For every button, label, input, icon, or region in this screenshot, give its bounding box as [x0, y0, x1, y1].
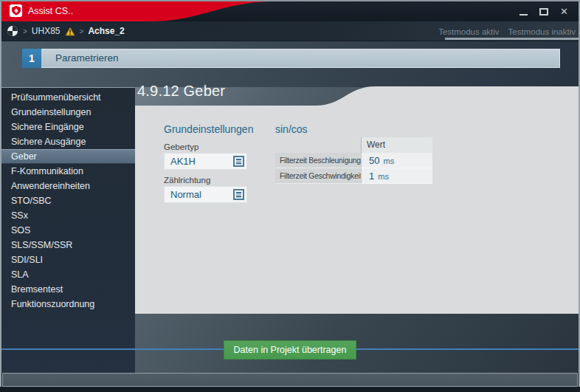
chevron-right-icon: >	[23, 27, 27, 35]
table-row-label: Filterzeit Beschleunigung	[275, 153, 361, 168]
sidebar-item-sto-sbc[interactable]: STO/SBC	[1, 193, 135, 208]
sidebar-item-anwendereinheiten[interactable]: Anwendereinheiten	[1, 179, 135, 193]
table-header-row: Wert	[275, 137, 432, 153]
zaehlrichtung-label: Zählrichtung	[164, 176, 210, 185]
status-bar	[2, 373, 578, 387]
sidebar: Prüfsummenübersicht Grundeinstellungen S…	[1, 87, 135, 373]
value-text: 50	[369, 155, 379, 166]
list-icon	[233, 156, 244, 167]
sidebar-item-pruefsummenuebersicht[interactable]: Prüfsummenübersicht	[1, 90, 135, 105]
value-text: 1	[369, 171, 374, 182]
sidebar-item-f-kommunikation[interactable]: F-Kommunikation	[1, 164, 135, 179]
minimize-icon[interactable]	[519, 14, 528, 16]
sidebar-item-geber[interactable]: Geber	[1, 149, 135, 164]
sidebar-item-sdi-sli[interactable]: SDI/SLI	[1, 252, 135, 267]
table-header-spacer	[275, 137, 361, 153]
close-icon[interactable]: ✕	[560, 7, 568, 16]
title-bar[interactable]: Assist CS.. ✕	[1, 1, 579, 21]
list-icon	[233, 189, 244, 200]
sidebar-item-sichere-ausgaenge[interactable]: Sichere Ausgänge	[1, 134, 135, 149]
table-row-filterzeit-beschleunigung: Filterzeit Beschleunigung 50ms	[275, 153, 432, 168]
section-title-sincos: sin/cos	[275, 123, 308, 135]
table-row-filterzeit-geschwindigkeit: Filterzeit Geschwindigkeit 1ms	[275, 168, 432, 184]
sidebar-item-funktionszuordnung[interactable]: Funktionszuordnung	[1, 297, 135, 312]
zaehlrichtung-value: Normal	[165, 189, 201, 200]
sidebar-item-sichere-eingaenge[interactable]: Sichere Eingänge	[1, 120, 135, 134]
step-bar-parametrieren[interactable]: 1 Parametrieren	[22, 49, 560, 68]
unit-text: ms	[383, 157, 394, 165]
chevron-right-icon: >	[80, 27, 84, 35]
section-title-grundeinstellungen: Grundeinstellungen	[164, 123, 253, 135]
step-number: 1	[22, 49, 41, 68]
page-title: 4.9.12 Geber	[137, 83, 225, 100]
filterzeit-geschwindigkeit-field[interactable]: 1ms	[361, 168, 432, 184]
sincos-table: Wert Filterzeit Beschleunigung 50ms Filt…	[275, 137, 432, 184]
sidebar-menu: Prüfsummenübersicht Grundeinstellungen S…	[1, 90, 135, 312]
sidebar-item-sla[interactable]: SLA	[1, 267, 135, 282]
testmode-buttons: Testmodus aktiv Testmodus inaktiv	[438, 27, 576, 36]
transfer-to-project-button[interactable]: Daten in Projekt übertragen	[224, 340, 356, 360]
gebertyp-dropdown[interactable]: AK1H	[164, 153, 247, 170]
breadcrumb: > UHX85 > Achse_2	[7, 21, 125, 41]
sidebar-item-sos[interactable]: SOS	[1, 223, 135, 238]
testmode-active-button[interactable]: Testmodus aktiv	[438, 27, 499, 36]
warning-icon	[65, 27, 75, 36]
window-controls: ✕	[519, 7, 568, 16]
testmode-underline	[445, 38, 579, 40]
zaehlrichtung-dropdown[interactable]: Normal	[164, 186, 247, 203]
device-icon	[7, 25, 18, 37]
sidebar-item-ssx[interactable]: SSx	[1, 208, 135, 223]
breadcrumb-device[interactable]: UHX85	[32, 26, 61, 36]
window-frame-top	[0, 0, 580, 1]
app-logo-icon	[10, 4, 22, 17]
step-band: 1 Parametrieren	[1, 41, 579, 87]
breadcrumb-axis[interactable]: Achse_2	[88, 26, 124, 36]
step-label: Parametrieren	[41, 49, 560, 68]
testmode-inactive-button[interactable]: Testmodus inaktiv	[508, 27, 576, 36]
maximize-icon[interactable]	[539, 8, 548, 16]
app-title: Assist CS..	[28, 6, 73, 16]
sidebar-item-sls-ssm-ssr[interactable]: SLS/SSM/SSR	[1, 238, 135, 252]
breadcrumb-bar: > UHX85 > Achse_2 Testmodus aktiv Testmo…	[1, 21, 579, 41]
gebertyp-label: Gebertyp	[164, 142, 198, 151]
table-row-label: Filterzeit Geschwindigkeit	[275, 168, 361, 184]
unit-text: ms	[378, 172, 389, 181]
app-window: Assist CS.. ✕ > UHX85 > Achse_2 T	[0, 0, 580, 392]
window-frame-left	[0, 1, 1, 387]
table-header-wert: Wert	[361, 137, 432, 153]
filterzeit-beschleunigung-field[interactable]: 50ms	[361, 153, 432, 168]
geber-panel: Grundeinstellungen sin/cos Gebertyp AK1H…	[135, 106, 579, 314]
sidebar-item-grundeinstellungen[interactable]: Grundeinstellungen	[1, 105, 135, 120]
gebertyp-value: AK1H	[165, 156, 196, 167]
sidebar-item-bremsentest[interactable]: Bremsentest	[1, 282, 135, 297]
